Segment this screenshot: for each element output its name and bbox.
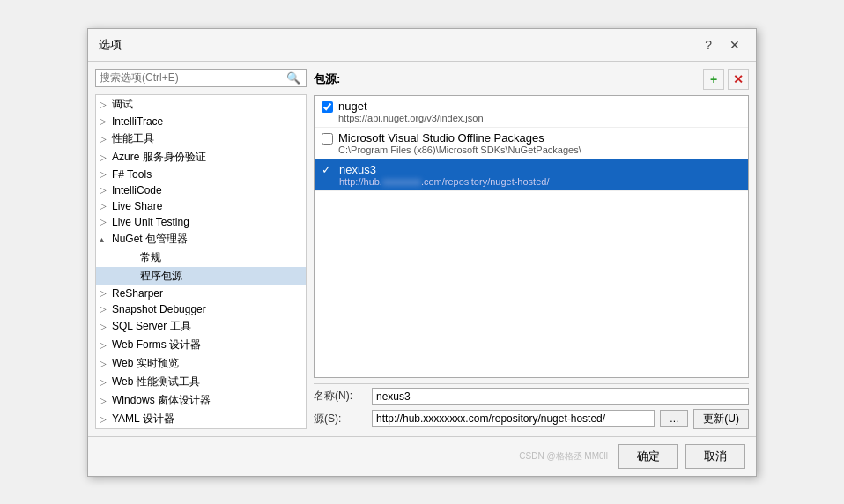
check-mark-nexus3: ✓	[322, 163, 334, 176]
form-section: 名称(N): 源(S): ... 更新(U)	[314, 383, 749, 429]
tree-arrow-intellitrace: ▷	[100, 116, 112, 126]
tree-label-windows-forms: Windows 窗体设计器	[112, 393, 211, 408]
tree-label-yaml-designer: YAML 设计器	[112, 411, 174, 426]
tree-label-snapshot-debugger: Snapshot Debugger	[112, 303, 206, 315]
tree-arrow-intellicode: ▷	[100, 185, 112, 195]
tree-arrow-live-unit: ▷	[100, 217, 112, 226]
source-info-ms-offline: Microsoft Visual Studio Offline Packages…	[338, 131, 581, 155]
left-panel: 🔍 ▷调试▷IntelliTrace▷性能工具▷Azure 服务身份验证▷F# …	[95, 69, 307, 429]
sources-list: nugethttps://api.nuget.org/v3/index.json…	[314, 95, 749, 378]
tree-item-nuget-package-sources[interactable]: 程序包源	[96, 267, 306, 285]
tree-label-azure-auth: Azure 服务身份验证	[112, 150, 206, 165]
tree-item-fsharp-tools[interactable]: ▷F# Tools	[96, 167, 306, 182]
tree-item-intellicode[interactable]: ▷IntelliCode	[96, 182, 306, 198]
add-source-button[interactable]: +	[703, 69, 724, 90]
tree-item-perf-tools[interactable]: ▷性能工具	[96, 130, 306, 148]
tree-arrow-resharper: ▷	[100, 288, 112, 298]
source-checkbox-nuget[interactable]	[322, 101, 333, 113]
name-label: 名称(N):	[314, 389, 366, 404]
tree-item-snapshot-debugger[interactable]: ▷Snapshot Debugger	[96, 301, 306, 317]
source-checkbox-ms-offline[interactable]	[322, 133, 333, 145]
tree-arrow-snapshot-debugger: ▷	[100, 304, 112, 314]
search-input[interactable]	[100, 71, 285, 84]
title-bar: 选项 ? ✕	[88, 29, 756, 62]
tree-arrow-web-forms-designer: ▷	[100, 340, 112, 350]
tree-item-live-share[interactable]: ▷Live Share	[96, 198, 306, 214]
tree-arrow-web-perf: ▷	[100, 377, 112, 387]
source-input[interactable]	[372, 410, 655, 427]
search-box[interactable]: 🔍	[95, 69, 307, 87]
source-item-nuget[interactable]: nugethttps://api.nuget.org/v3/index.json	[315, 96, 748, 128]
tree-label-sql-server-tools: SQL Server 工具	[112, 319, 191, 334]
tree-label-fsharp-tools: F# Tools	[112, 168, 152, 181]
tree-arrow-windows-forms: ▷	[100, 396, 112, 405]
tree-arrow-web-realtime: ▷	[100, 359, 112, 368]
tree-label-live-share: Live Share	[112, 200, 162, 212]
source-name-nuget: nuget	[338, 100, 484, 113]
tree-label-web-realtime: Web 实时预览	[112, 356, 179, 371]
source-name-nexus3: nexus3	[339, 163, 549, 176]
remove-source-button[interactable]: ✕	[728, 69, 749, 90]
tree-label-web-perf: Web 性能测试工具	[112, 374, 200, 389]
tree-label-perf-tools: 性能工具	[112, 131, 154, 146]
source-url-nexus3: http://hub.xxxxxxxx.com/repository/nuget…	[339, 176, 549, 187]
tree-item-windows-forms[interactable]: ▷Windows 窗体设计器	[96, 391, 306, 410]
tree-arrow-fsharp-tools: ▷	[100, 169, 112, 179]
tree-arrow-sql-server-tools: ▷	[100, 322, 112, 331]
tree-label-live-unit: Live Unit Testing	[112, 216, 189, 228]
tree-item-nuget-manager[interactable]: ▴NuGet 包管理器	[96, 230, 306, 248]
confirm-button[interactable]: 确定	[618, 444, 678, 469]
update-button[interactable]: 更新(U)	[693, 409, 749, 429]
source-label: 源(S):	[314, 411, 366, 426]
tree-item-resharper[interactable]: ▷ReSharper	[96, 285, 306, 301]
package-sources-header: 包源: + ✕	[314, 69, 749, 90]
tree-label-intellicode: IntelliCode	[112, 184, 162, 196]
tree-item-live-unit[interactable]: ▷Live Unit Testing	[96, 214, 306, 230]
source-item-nexus3[interactable]: ✓nexus3http://hub.xxxxxxxx.com/repositor…	[315, 159, 748, 191]
source-item-ms-offline[interactable]: Microsoft Visual Studio Offline Packages…	[315, 128, 748, 159]
tree-item-intellitrace[interactable]: ▷IntelliTrace	[96, 114, 306, 130]
tree-arrow-yaml-designer: ▷	[100, 414, 112, 424]
source-url-nuget: https://api.nuget.org/v3/index.json	[338, 113, 484, 123]
source-info-nuget: nugethttps://api.nuget.org/v3/index.json	[338, 100, 484, 123]
tree-item-web-realtime[interactable]: ▷Web 实时预览	[96, 354, 306, 373]
package-sources-label: 包源:	[314, 71, 340, 87]
tree-label-nuget-general: 常规	[140, 250, 161, 265]
name-row: 名称(N):	[314, 388, 749, 405]
help-button[interactable]: ?	[700, 36, 717, 54]
tree-item-sql-server-tools[interactable]: ▷SQL Server 工具	[96, 317, 306, 336]
tree-item-nuget-general[interactable]: 常规	[96, 248, 306, 267]
tree-label-debug: 调试	[112, 97, 133, 112]
tree-item-yaml-designer[interactable]: ▷YAML 设计器	[96, 410, 306, 428]
source-row: 源(S): ... 更新(U)	[314, 409, 749, 429]
dialog-footer: CSDN @格格丞 MM0ll 确定 取消	[88, 436, 756, 476]
tree-label-intellitrace: IntelliTrace	[112, 115, 163, 128]
watermark: CSDN @格格丞 MM0ll	[519, 450, 608, 463]
tree-item-web-forms-designer[interactable]: ▷Web Forms 设计器	[96, 336, 306, 354]
name-input[interactable]	[372, 388, 749, 405]
tree-label-nuget-package-sources: 程序包源	[140, 269, 182, 284]
tree-container: ▷调试▷IntelliTrace▷性能工具▷Azure 服务身份验证▷F# To…	[95, 94, 307, 429]
search-icon[interactable]: 🔍	[285, 71, 302, 85]
header-buttons: + ✕	[703, 69, 749, 90]
title-bar-buttons: ? ✕	[700, 36, 745, 54]
close-button[interactable]: ✕	[724, 36, 745, 54]
tree-arrow-live-share: ▷	[100, 201, 112, 211]
cancel-button[interactable]: 取消	[685, 444, 745, 469]
dialog-body: 🔍 ▷调试▷IntelliTrace▷性能工具▷Azure 服务身份验证▷F# …	[88, 62, 756, 436]
tree-item-debug[interactable]: ▷调试	[96, 95, 306, 114]
tree-item-web-perf[interactable]: ▷Web 性能测试工具	[96, 373, 306, 391]
tree-label-nuget-manager: NuGet 包管理器	[112, 232, 188, 247]
tree-arrow-azure-auth: ▷	[100, 152, 112, 162]
browse-button[interactable]: ...	[660, 410, 688, 427]
tree-label-web-forms-designer: Web Forms 设计器	[112, 337, 201, 352]
source-info-nexus3: nexus3http://hub.xxxxxxxx.com/repository…	[339, 163, 549, 187]
dialog-title: 选项	[99, 37, 122, 53]
source-url-ms-offline: C:\Program Files (x86)\Microsoft SDKs\Nu…	[338, 145, 581, 155]
tree-item-azure-auth[interactable]: ▷Azure 服务身份验证	[96, 148, 306, 167]
right-panel: 包源: + ✕ nugethttps://api.nuget.org/v3/in…	[314, 69, 749, 429]
source-name-ms-offline: Microsoft Visual Studio Offline Packages	[338, 131, 581, 145]
options-dialog: 选项 ? ✕ 🔍 ▷调试▷IntelliTrace▷性能工具▷Azure 服务身…	[87, 28, 757, 477]
tree-arrow-perf-tools: ▷	[100, 134, 112, 144]
tree-arrow-debug: ▷	[100, 100, 112, 109]
